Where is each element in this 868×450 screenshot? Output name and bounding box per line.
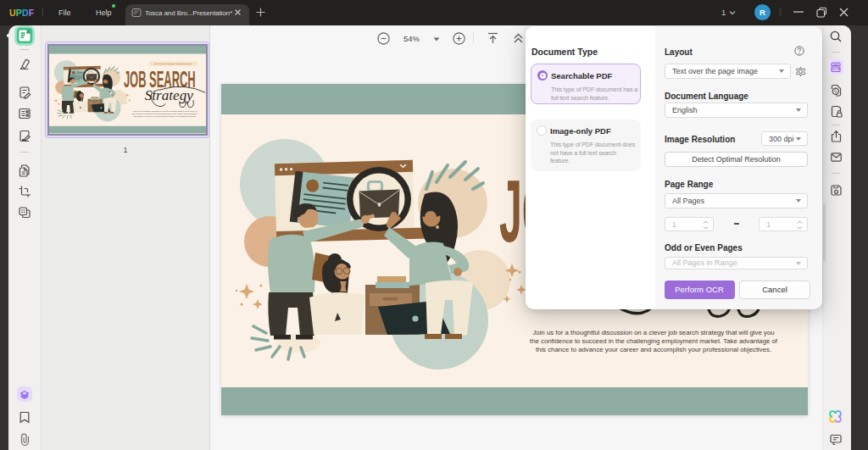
svg-text:OCR: OCR: [832, 67, 839, 71]
